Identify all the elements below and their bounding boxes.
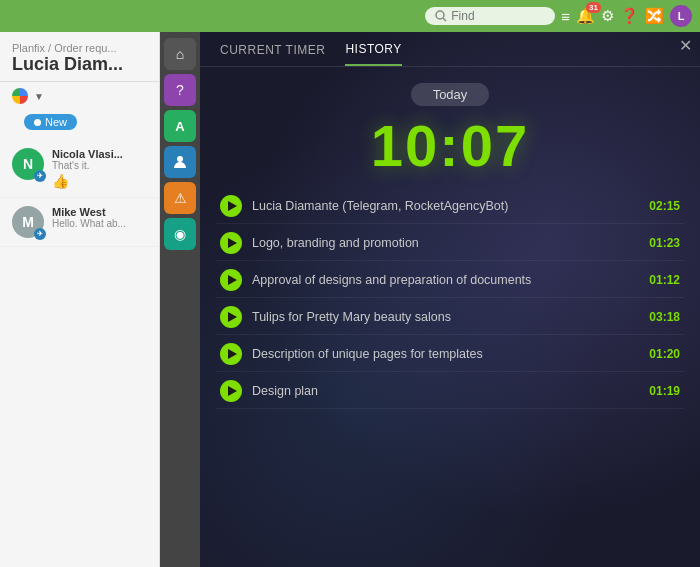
like-icon: 👍 <box>52 173 147 189</box>
tabs: CURRENT TIMER HISTORY <box>200 32 700 67</box>
search-icon <box>435 10 447 22</box>
status-label: New <box>45 116 67 128</box>
svg-line-1 <box>443 18 446 21</box>
big-timer: 10:07 <box>216 112 684 179</box>
timer-list: Lucia Diamante (Telegram, RocketAgencyBo… <box>216 189 684 409</box>
alert-button[interactable]: ⚠ <box>164 182 196 214</box>
telegram-badge: ✈ <box>34 170 46 182</box>
play-icon <box>228 312 237 322</box>
page-title: Lucia Diam... <box>12 54 147 75</box>
play-button[interactable] <box>220 343 242 365</box>
status-badge[interactable]: New <box>24 114 77 130</box>
svg-point-0 <box>436 11 444 19</box>
play-icon <box>228 275 237 285</box>
home-button[interactable]: ⌂ <box>164 38 196 70</box>
chat-content: Mike West Hello. What ab... <box>52 206 147 229</box>
timer-content: Today 10:07 Lucia Diamante (Telegram, Ro… <box>200 67 700 419</box>
timer-item-duration: 01:20 <box>644 347 680 361</box>
help-icon[interactable]: ❓ <box>620 7 639 25</box>
breadcrumb: Planfix / Order requ... <box>12 42 147 54</box>
timer-list-item[interactable]: Logo, branding and promotion 01:23 <box>216 226 684 261</box>
bell-icon[interactable]: 🔔 31 <box>576 7 595 25</box>
settings-icon[interactable]: ⚙ <box>601 7 614 25</box>
timer-item-label: Approval of designs and preparation of d… <box>252 273 634 287</box>
chat-preview: That's it. <box>52 160 147 171</box>
timer-list-item[interactable]: Description of unique pages for template… <box>216 337 684 372</box>
chat-name: Nicola Vlasi... <box>52 148 147 160</box>
play-button[interactable] <box>220 232 242 254</box>
timer-item-duration: 01:19 <box>644 384 680 398</box>
top-bar: ≡ 🔔 31 ⚙ ❓ 🔀 L <box>0 0 700 32</box>
chat-list: N ✈ Nicola Vlasi... That's it. 👍 M ✈ Mik… <box>0 140 159 247</box>
left-sidebar: Planfix / Order requ... Lucia Diam... ▼ … <box>0 32 160 567</box>
play-button[interactable] <box>220 269 242 291</box>
tab-history[interactable]: HISTORY <box>345 42 401 66</box>
timer-list-item[interactable]: Approval of designs and preparation of d… <box>216 263 684 298</box>
timer-panel: ✕ CURRENT TIMER HISTORY Today 10:07 Luci… <box>200 32 700 567</box>
menu-icon[interactable]: ≡ <box>561 8 570 25</box>
avatar[interactable]: L <box>670 5 692 27</box>
timer-item-duration: 02:15 <box>644 199 680 213</box>
search-input[interactable] <box>451 9 541 23</box>
user-button[interactable] <box>164 146 196 178</box>
today-pill: Today <box>216 83 684 106</box>
timer-list-item[interactable]: Lucia Diamante (Telegram, RocketAgencyBo… <box>216 189 684 224</box>
icon-sidebar: ⌂ ? A ⚠ ◉ <box>160 32 200 567</box>
chat-item[interactable]: M ✈ Mike West Hello. What ab... <box>0 198 159 247</box>
timer-item-label: Lucia Diamante (Telegram, RocketAgencyBo… <box>252 199 634 213</box>
status-row: ▼ <box>0 82 159 110</box>
play-button[interactable] <box>220 380 242 402</box>
timer-item-duration: 01:12 <box>644 273 680 287</box>
chat-preview: Hello. What ab... <box>52 218 147 229</box>
timer-item-label: Tulips for Pretty Mary beauty salons <box>252 310 634 324</box>
play-icon <box>228 349 237 359</box>
avatar: M ✈ <box>12 206 44 238</box>
play-button[interactable] <box>220 306 242 328</box>
google-icon <box>12 88 28 104</box>
sidebar-header: Planfix / Order requ... Lucia Diam... <box>0 32 159 82</box>
chat-name: Mike West <box>52 206 147 218</box>
svg-point-2 <box>177 156 183 162</box>
play-button[interactable] <box>220 195 242 217</box>
timer-item-label: Description of unique pages for template… <box>252 347 634 361</box>
timer-item-label: Logo, branding and promotion <box>252 236 634 250</box>
chat-item[interactable]: N ✈ Nicola Vlasi... That's it. 👍 <box>0 140 159 198</box>
text-button[interactable]: A <box>164 110 196 142</box>
play-icon <box>228 386 237 396</box>
timer-list-item[interactable]: Tulips for Pretty Mary beauty salons 03:… <box>216 300 684 335</box>
main-layout: Planfix / Order requ... Lucia Diam... ▼ … <box>0 32 700 567</box>
close-button[interactable]: ✕ <box>679 38 692 54</box>
top-bar-icons: ≡ 🔔 31 ⚙ ❓ 🔀 L <box>561 5 692 27</box>
today-label: Today <box>411 83 490 106</box>
timer-button[interactable]: ◉ <box>164 218 196 250</box>
timer-item-label: Design plan <box>252 384 634 398</box>
dropdown-arrow[interactable]: ▼ <box>34 91 44 102</box>
timer-item-duration: 01:23 <box>644 236 680 250</box>
play-icon <box>228 238 237 248</box>
question-button[interactable]: ? <box>164 74 196 106</box>
notification-badge: 31 <box>586 2 601 13</box>
telegram-badge: ✈ <box>34 228 46 240</box>
status-dot <box>34 119 41 126</box>
play-icon <box>228 201 237 211</box>
timer-list-item[interactable]: Design plan 01:19 <box>216 374 684 409</box>
sync-icon[interactable]: 🔀 <box>645 7 664 25</box>
chat-content: Nicola Vlasi... That's it. 👍 <box>52 148 147 189</box>
avatar: N ✈ <box>12 148 44 180</box>
search-box[interactable] <box>425 7 555 25</box>
timer-item-duration: 03:18 <box>644 310 680 324</box>
tab-current-timer[interactable]: CURRENT TIMER <box>220 43 325 65</box>
